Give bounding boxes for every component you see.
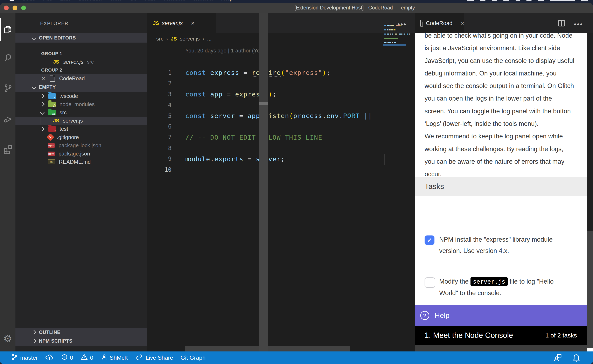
extensions-icon[interactable] [0,138,15,161]
js-file-icon: JS [53,118,59,124]
window-zoom-button[interactable] [21,6,26,10]
menu-item-go[interactable]: Go [129,0,137,2]
feedback-icon[interactable] [553,353,562,363]
statusbar-item-shmck[interactable]: ShMcK [101,353,128,362]
tab-close-icon[interactable]: × [461,20,464,27]
apple-menu-icon[interactable] [9,0,14,1]
menu-item-code[interactable]: Code [22,0,35,2]
tree-item-readme-md[interactable]: M↓README.md [15,158,147,166]
tree-item-server-js[interactable]: JSserver.js [15,117,147,125]
menu-status-glyph [538,0,544,1]
tree-item-node-modules[interactable]: ⬡node_modules [15,100,147,108]
task-checkbox[interactable] [425,277,435,288]
menu-item-terminal[interactable]: Terminal [163,0,185,2]
menu-item-window[interactable]: Window [193,0,213,2]
editor-scrollbar-strip[interactable] [259,13,268,351]
tab-coderoad[interactable]: CodeRoad × [415,13,464,33]
statusbar-item-cloud-upload[interactable] [45,353,53,363]
open-editors-group-label: GROUP 2 [15,66,147,74]
tab-label: CodeRoad [426,20,452,26]
folder-root-header[interactable]: EMPTY [15,83,147,92]
tree-item-label: README.md [59,159,91,165]
tree-item--vscode[interactable]: ×.vscode [15,92,147,100]
explorer-icon[interactable] [0,18,15,41]
webview-scrollbar[interactable] [587,33,593,351]
source-control-icon[interactable] [0,77,15,100]
coderoad-text-line: JavaScript, you can use the console to d… [425,54,578,67]
tab-bar: CodeRoad × ••• [415,13,593,33]
task-checkbox[interactable]: ✓ [425,235,434,245]
search-icon[interactable] [0,46,15,69]
open-editor-item[interactable]: ×CodeRoad [15,74,147,83]
markdown-icon: M↓ [48,159,55,164]
webview-scrollbar-thumb[interactable] [587,231,593,348]
minimap[interactable] [383,3,406,52]
chevron-down-icon [40,110,45,115]
webview-file-icon [420,20,423,26]
notifications-bell-icon[interactable] [572,353,581,363]
test-folder-icon: ◦ [48,126,56,132]
breadcrumb-symbol[interactable]: ... [207,36,212,42]
menu-item-selection[interactable]: Selection [78,0,102,2]
tree-item-package-lock-json[interactable]: npmpackage-lock.json [15,141,147,150]
npm-scripts-section-header[interactable]: NPM SCRIPTS [15,336,147,346]
tab-server-js[interactable]: JS server.js × [147,13,216,33]
menu-item-run[interactable]: Run [145,0,155,2]
chevron-right-icon [40,102,45,107]
breadcrumb[interactable]: src › JS server.js › ... [156,36,212,42]
line-number: 9 [147,156,172,162]
minimap-line [384,25,402,26]
tree-item--gitignore[interactable]: Y.gitignore [15,133,147,141]
tree-item-src[interactable]: </>src [15,108,147,117]
task-text: Modify the server.js file to log "HelloW… [439,276,579,299]
statusbar-item-0[interactable]: 0 [80,353,93,362]
tab-close-icon[interactable]: × [191,20,195,27]
explorer-sidebar: EXPLORER OPEN EDITORS GROUP 1JSserver.js… [15,13,147,351]
open-editor-item[interactable]: JSserver.jssrc [15,58,147,66]
settings-gear-icon[interactable]: ⚙ [0,331,15,346]
chevron-right-icon [32,339,36,344]
chevron-down-icon [32,85,36,90]
menu-status-glyph [581,0,588,1]
statusbar-item-0[interactable]: 0 [61,353,73,362]
window-minimize-button[interactable] [13,6,17,10]
open-editor-name: server.js [63,59,83,65]
breadcrumb-src[interactable]: src [156,36,163,42]
menu-status-glyph [526,0,532,1]
menu-item-view[interactable]: View [110,0,122,2]
breadcrumb-file[interactable]: server.js [180,36,200,42]
editor-actions-more-icon[interactable]: ••• [574,20,583,28]
close-icon[interactable]: × [42,76,45,81]
menu-item-help[interactable]: Help [221,0,233,2]
editor-group-1: JS server.js × ••• src › JS server.js › … [147,13,415,351]
scrollbar-thumb[interactable] [259,102,268,105]
tree-item-label: server.js [63,118,83,124]
statusbar-item-label: Live Share [146,355,173,361]
statusbar-item-git-graph[interactable]: Git Graph [180,355,206,361]
lesson-footer[interactable]: 1. Meet the Node Console 1 of 2 tasks [415,326,587,345]
statusbar-item-label: 0 [90,355,93,361]
menu-status-glyph [492,0,497,1]
split-editor-icon[interactable] [557,19,566,28]
statusbar-item-live-share[interactable]: Live Share [136,353,173,362]
statusbar-item-master[interactable]: master [11,353,38,362]
outline-section-header[interactable]: OUTLINE [15,328,147,337]
explorer-title: EXPLORER [40,21,68,26]
open-editors-section-header[interactable]: OPEN EDITORS [15,33,147,43]
tab-bar: JS server.js × ••• [147,13,415,33]
menu-status-glyph [550,0,575,1]
task-text: NPM install the "express" library module… [439,234,579,256]
tree-item-package-json[interactable]: npmpackage.json [15,150,147,158]
coderoad-text-line: We recommend to keep the log panel open … [425,130,578,143]
run-and-debug-icon[interactable] [0,108,15,130]
menu-item-edit[interactable]: Edit [60,0,70,2]
status-bar: master00ShMcKLive ShareGit Graph [0,351,593,364]
menu-item-file[interactable]: File [43,0,52,2]
help-question-icon: ? [420,311,429,320]
line-number: 4 [147,102,172,108]
window-close-button[interactable] [4,6,9,10]
coderoad-text-line: you can open the logs in the lower part … [425,92,578,105]
tree-item-test[interactable]: ◦test [15,125,147,133]
help-bar[interactable]: ? Help [415,305,587,326]
title-bar[interactable]: [Extension Development Host] - CodeRoad … [0,3,593,13]
